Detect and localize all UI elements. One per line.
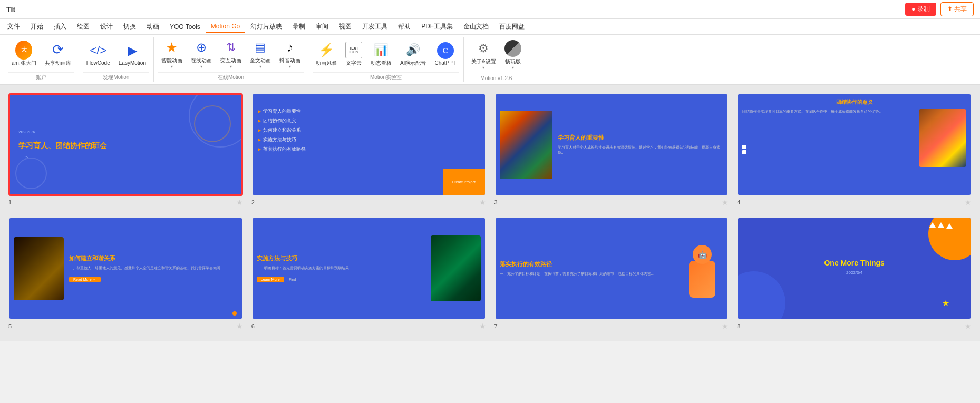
account-btn[interactable]: 大 am.张大门 xyxy=(8,40,40,69)
anim-storm-icon: ⚡ xyxy=(318,42,335,58)
slide-2-star[interactable]: ★ xyxy=(479,198,486,207)
menu-help[interactable]: 帮助 xyxy=(393,20,416,33)
settings-label: 关于&设置 xyxy=(471,58,496,65)
slide-6-btn[interactable]: Learn More xyxy=(257,277,284,282)
slide-thumb-8[interactable]: ★ One More Things 2023/3/4 xyxy=(737,217,972,320)
slide-6-num: 6 xyxy=(251,323,255,329)
menu-bar: 文件 开始 插入 绘图 设计 切换 动画 YOO Tools Motion Go… xyxy=(0,19,980,35)
slides-grid: 2023/3/4 学习育人、团结协作的班会 -----> 1 ★ Create … xyxy=(0,85,980,341)
chatppt-btn[interactable]: C ChatPPT xyxy=(431,40,459,68)
slide-item-2: Create Project ▶学习育人的重要性 ▶团结协作的意义 ▶如何建立和… xyxy=(251,93,486,209)
slide-5-body: 一、尊重他人：尊重他人的意见、感受和个人空间是建立和谐关系的基础。我们需要学会倾… xyxy=(69,266,238,271)
slide-5-star[interactable]: ★ xyxy=(236,322,243,330)
slide-7-meta: 7 ★ xyxy=(494,320,729,332)
menu-baidu[interactable]: 百度网盘 xyxy=(494,20,530,33)
easymotion-btn[interactable]: ▶ EasyMotion xyxy=(115,40,149,68)
slide-3-body: 学习育人对于个人成长和社会进步有着深远影响。通过学习，我们能够获得知识和技能，提… xyxy=(558,145,724,156)
menu-animation[interactable]: 动画 xyxy=(141,20,164,33)
slide-3-meta: 3 ★ xyxy=(494,196,729,209)
text-cloud-btn[interactable]: TEXT ICON 文字云 xyxy=(342,40,365,69)
menu-yoo[interactable]: YOO Tools xyxy=(164,21,206,33)
text-cloud-icon: TEXT ICON xyxy=(345,42,362,58)
slide-7-content: 落实执行的有效路径 一、充分了解目标和计划：在执行前，需要充分了解目标和计划的细… xyxy=(500,260,677,277)
slide-5-num: 5 xyxy=(8,323,12,329)
menu-pdf[interactable]: PDF工具集 xyxy=(416,20,458,33)
slide-thumb-7[interactable]: 落实执行的有效路径 一、充分了解目标和计划：在执行前，需要充分了解目标和计划的细… xyxy=(494,217,729,320)
share-button[interactable]: ⬆ 共享 xyxy=(940,2,974,16)
full-anim-btn[interactable]: ▤ 全文动画 ▾ xyxy=(247,37,274,71)
menu-design[interactable]: 设计 xyxy=(95,20,118,33)
slide-thumb-6[interactable]: 实施方法与技巧 一、明确目标：首先需要明确实施方案的目标和预期结果... Lea… xyxy=(251,217,486,320)
slide-3-image xyxy=(500,111,552,179)
slide-4-num: 4 xyxy=(737,199,740,205)
online-anim-arrow: ▾ xyxy=(200,64,202,69)
ai-narrate-icon: 🔊 xyxy=(405,42,422,58)
slide-6-star[interactable]: ★ xyxy=(479,322,486,330)
interact-anim-label: 交互动画 xyxy=(220,57,241,64)
menu-slideshow[interactable]: 幻灯片放映 xyxy=(245,20,287,33)
menu-record[interactable]: 录制 xyxy=(287,20,311,33)
slide-3-content: 学习育人的重要性 学习育人对于个人成长和社会进步有着深远影响。通过学习，我们能够… xyxy=(558,134,724,156)
slide-thumb-5[interactable]: 如何建立和谐关系 一、尊重他人：尊重他人的意见、感受和个人空间是建立和谐关系的基… xyxy=(8,217,243,320)
slide-thumb-2[interactable]: Create Project ▶学习育人的重要性 ▶团结协作的意义 ▶如何建立和… xyxy=(251,93,486,196)
slide-6-title: 实施方法与技巧 xyxy=(257,254,426,262)
lab-group-label: Motion实验室 xyxy=(313,72,459,82)
slide-6-content: 实施方法与技巧 一、明确目标：首先需要明确实施方案的目标和预期结果... Lea… xyxy=(257,254,426,282)
slide-1-star[interactable]: ★ xyxy=(236,198,243,207)
smart-anim-btn[interactable]: ★ 智能动画 ▾ xyxy=(158,37,186,71)
interact-anim-btn[interactable]: ⇅ 交互动画 ▾ xyxy=(217,37,245,71)
slide-1-title: 学习育人、团结协作的班会 xyxy=(18,141,233,151)
menu-motion[interactable]: Motion Go xyxy=(206,21,245,33)
slide-4-star[interactable]: ★ xyxy=(965,198,972,207)
ribbon: 大 am.张大门 ⟳ 共享动画库 账户 </> FlowCode ▶ EasyM… xyxy=(0,35,980,85)
slide-4-title: 团结协作的意义 xyxy=(742,99,966,106)
menu-insert[interactable]: 插入 xyxy=(48,20,72,33)
discover-group-label: 发现Motion xyxy=(83,72,149,82)
tiktok-anim-btn[interactable]: ♪ 抖音动画 ▾ xyxy=(276,37,304,71)
menu-start[interactable]: 开始 xyxy=(25,20,48,33)
settings-btn[interactable]: ⚙ 关于&设置 ▾ xyxy=(468,38,499,72)
slide-thumb-1[interactable]: 2023/3/4 学习育人、团结协作的班会 -----> xyxy=(8,93,243,196)
slide-1-arrow: -----> xyxy=(18,155,233,160)
menu-draw[interactable]: 绘图 xyxy=(72,20,95,33)
slide-thumb-4[interactable]: 团结协作的意义 团结协作是实现共同目标的重要方式。在团队合作中，每个成员都能发挥… xyxy=(737,93,972,196)
online-group-label: 在线Motion xyxy=(158,72,304,82)
menu-file[interactable]: 文件 xyxy=(2,20,25,33)
slide-8-star[interactable]: ★ xyxy=(965,322,972,330)
dynamic-board-btn[interactable]: 📊 动态看板 xyxy=(367,40,395,69)
slide-8-num: 8 xyxy=(737,323,740,329)
menu-devtools[interactable]: 开发工具 xyxy=(357,20,393,33)
slide-3-title: 学习育人的重要性 xyxy=(558,134,724,142)
version-group-label: Motion v1.2.6 xyxy=(468,74,525,82)
fun-ver-label: 畅玩版 xyxy=(505,58,521,65)
settings-arrow: ▾ xyxy=(482,65,484,70)
menu-view[interactable]: 视图 xyxy=(334,20,357,33)
menu-review[interactable]: 审阅 xyxy=(311,20,334,33)
smart-anim-icon: ★ xyxy=(163,39,180,56)
menu-transition[interactable]: 切换 xyxy=(118,20,141,33)
interact-anim-icon: ⇅ xyxy=(222,39,239,56)
share-lib-icon: ⟳ xyxy=(50,42,66,58)
slide-3-star[interactable]: ★ xyxy=(722,198,729,207)
ai-narrate-btn[interactable]: 🔊 AI演示配音 xyxy=(397,40,429,69)
share-lib-label: 共享动画库 xyxy=(45,60,71,67)
anim-storm-btn[interactable]: ⚡ 动画风暴 xyxy=(313,40,340,69)
chatppt-icon: C xyxy=(437,42,454,59)
slide-2-list: ▶学习育人的重要性 ▶团结协作的意义 ▶如何建立和谐关系 ▶实施方法与技巧 ▶落… xyxy=(258,108,480,155)
record-button[interactable]: ● 录制 xyxy=(905,3,936,16)
slide-6-image xyxy=(431,235,481,301)
slide-8-title: One More Things xyxy=(738,259,971,267)
slide-item-8: ★ One More Things 2023/3/4 8 ★ xyxy=(737,217,972,332)
slide-thumb-3[interactable]: 学习育人的重要性 学习育人对于个人成长和社会进步有着深远影响。通过学习，我们能够… xyxy=(494,93,729,196)
slide-4-meta: 4 ★ xyxy=(737,196,972,209)
flowcode-btn[interactable]: </> FlowCode xyxy=(83,40,113,68)
easymotion-icon: ▶ xyxy=(124,42,141,59)
online-anim-btn[interactable]: ⊕ 在线动画 ▾ xyxy=(188,37,215,71)
share-lib-btn[interactable]: ⟳ 共享动画库 xyxy=(42,40,74,69)
fun-ver-btn[interactable]: 畅玩版 ▾ xyxy=(501,38,525,72)
menu-jinshan[interactable]: 金山文档 xyxy=(458,20,494,33)
top-bar: TIt ● 录制 ⬆ 共享 xyxy=(0,0,980,19)
slide-5-btn[interactable]: Read More → xyxy=(69,277,101,282)
account-label: am.张大门 xyxy=(12,60,36,67)
slide-7-star[interactable]: ★ xyxy=(722,322,729,330)
